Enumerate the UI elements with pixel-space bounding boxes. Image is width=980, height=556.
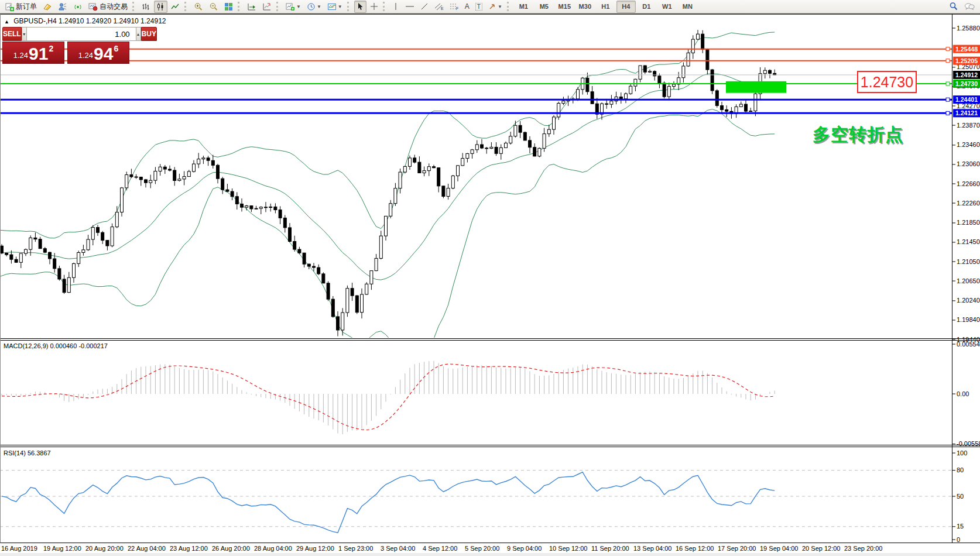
volume-input[interactable] <box>27 27 136 41</box>
svg-text:26 Aug 20:00: 26 Aug 20:00 <box>212 545 250 552</box>
bollinger-lower-band <box>0 109 775 368</box>
text-label-icon: T <box>475 3 482 11</box>
svg-text:E: E <box>441 6 444 11</box>
window-borders <box>0 14 980 556</box>
fibonacci-tool-button[interactable]: F <box>447 1 461 13</box>
rsi-panel[interactable] <box>0 471 952 533</box>
svg-text:16 Sep 12:00: 16 Sep 12:00 <box>676 545 714 552</box>
vertical-line-tool-button[interactable] <box>390 1 402 13</box>
svg-text:17 Sep 20:00: 17 Sep 20:00 <box>718 545 756 552</box>
toolbar-separator <box>383 2 386 11</box>
macd-panel[interactable] <box>2 361 775 434</box>
svg-text:11 Sep 20:00: 11 Sep 20:00 <box>591 545 629 552</box>
timeframe-w1-button[interactable]: W1 <box>657 1 677 13</box>
timeframe-m15-button[interactable]: M15 <box>555 1 574 13</box>
chart-shift-icon <box>262 2 272 11</box>
timeframe-h1-button[interactable]: H1 <box>596 1 615 13</box>
tile-windows-button[interactable] <box>222 1 235 13</box>
indicators-dropdown[interactable]: ▼ <box>283 1 303 13</box>
autotrading-button[interactable]: 自动交易 <box>86 1 130 13</box>
svg-text:20 Sep 12:00: 20 Sep 12:00 <box>802 545 840 552</box>
zoom-in-button[interactable] <box>191 1 205 13</box>
highlight-rectangle[interactable] <box>726 81 786 93</box>
search-icon <box>949 2 958 11</box>
text-tool-button[interactable]: A <box>462 1 472 13</box>
line-chart-button[interactable] <box>169 1 182 13</box>
candlestick-series <box>1 30 776 336</box>
svg-text:80: 80 <box>957 466 964 473</box>
new-order-button[interactable]: 新订单 <box>3 1 39 13</box>
volume-decrease-button[interactable]: ▼ <box>22 27 27 41</box>
panel-collapse-icon[interactable]: ▲ <box>4 19 9 25</box>
svg-text:5 Sep 20:00: 5 Sep 20:00 <box>465 545 499 552</box>
equidistant-channel-tool-button[interactable]: E <box>432 1 446 13</box>
timeframe-m5-button[interactable]: M5 <box>534 1 554 13</box>
autoscroll-icon <box>247 2 256 11</box>
turning-point-annotation[interactable]: 多空转折点 <box>813 123 903 147</box>
chat-button[interactable] <box>962 1 977 13</box>
svg-text:0: 0 <box>957 536 960 543</box>
timeframe-m1-button[interactable]: M1 <box>514 1 533 13</box>
text-label-tool-button[interactable]: T <box>473 1 485 13</box>
price-annotation-box[interactable]: 1.24730 <box>857 71 917 93</box>
horizontal-line-tool-button[interactable] <box>403 1 417 13</box>
svg-text:1.20650: 1.20650 <box>957 277 980 284</box>
timeframe-h4-button[interactable]: H4 <box>616 1 636 13</box>
price-scale[interactable]: 1.258801.250701.246701.242701.238701.234… <box>946 25 980 543</box>
svg-text:9 Sep 04:00: 9 Sep 04:00 <box>507 545 542 552</box>
svg-text:23 Sep 20:00: 23 Sep 20:00 <box>844 545 882 552</box>
autoscroll-button[interactable] <box>245 1 259 13</box>
search-button[interactable] <box>947 1 961 13</box>
chat-icon <box>964 2 975 11</box>
vertical-line-icon <box>392 2 399 11</box>
sell-button[interactable]: SELL <box>2 27 22 41</box>
chart-canvas[interactable]: 1.258801.250701.246701.242701.238701.234… <box>0 0 980 556</box>
svg-text:1.25448: 1.25448 <box>955 46 978 53</box>
timeframe-d1-button[interactable]: D1 <box>637 1 656 13</box>
timeframe-group: M1M5M15M30H1H4D1W1MN <box>513 1 698 13</box>
buy-button[interactable]: BUY <box>141 27 157 41</box>
svg-text:22 Aug 04:00: 22 Aug 04:00 <box>128 545 166 552</box>
one-click-trading-panel: SELL ▼ ▲ BUY 1.24 91 2 1.24 94 6 <box>2 27 129 64</box>
svg-text:0.005543: 0.005543 <box>957 341 980 348</box>
svg-text:50: 50 <box>957 493 964 500</box>
strategy-tester-button[interactable] <box>56 1 70 13</box>
volume-increase-button[interactable]: ▲ <box>136 27 141 41</box>
line-chart-icon <box>171 2 180 11</box>
trade-panel-controls: SELL ▼ ▲ BUY <box>2 27 129 41</box>
chart-shift-button[interactable] <box>260 1 274 13</box>
svg-text:1.25205: 1.25205 <box>955 57 978 64</box>
mt4-window: 新订单 自动交易 ▼ ▼ ▼ <box>0 0 980 556</box>
indicators-icon <box>286 2 295 11</box>
sell-price-small: 1.24 <box>13 51 28 60</box>
svg-text:23 Aug 12:00: 23 Aug 12:00 <box>170 545 208 552</box>
crosshair-tool-button[interactable] <box>368 1 381 13</box>
metaeditor-button[interactable] <box>40 1 54 13</box>
sell-price-button[interactable]: 1.24 91 2 <box>2 42 64 64</box>
metaeditor-icon <box>43 2 52 11</box>
sell-price-sup: 2 <box>49 44 53 53</box>
templates-dropdown[interactable]: ▼ <box>325 1 345 13</box>
zoom-out-button[interactable] <box>207 1 221 13</box>
signals-button[interactable] <box>71 1 85 13</box>
zoom-in-icon <box>194 2 203 11</box>
arrows-tool-dropdown[interactable]: ▼ <box>486 1 505 13</box>
zoom-out-icon <box>209 2 218 11</box>
trendline-tool-button[interactable] <box>418 1 431 13</box>
periods-dropdown[interactable]: ▼ <box>304 1 324 13</box>
svg-text:10 Sep 12:00: 10 Sep 12:00 <box>549 545 587 552</box>
svg-text:3 Sep 04:00: 3 Sep 04:00 <box>381 545 415 552</box>
buy-price-button[interactable]: 1.24 94 6 <box>67 42 129 64</box>
main-chart-area[interactable] <box>0 30 952 367</box>
svg-text:F: F <box>456 6 458 11</box>
svg-text:0.00: 0.00 <box>957 390 969 397</box>
timeframe-m30-button[interactable]: M30 <box>575 1 595 13</box>
time-scale[interactable]: 16 Aug 201919 Aug 12:0020 Aug 20:0022 Au… <box>1 545 882 552</box>
svg-text:1.24730: 1.24730 <box>955 80 978 87</box>
cursor-tool-button[interactable] <box>354 1 366 13</box>
clock-icon <box>307 2 316 11</box>
candlestick-chart-button[interactable] <box>154 1 167 13</box>
bar-chart-button[interactable] <box>139 1 153 13</box>
timeframe-mn-button[interactable]: MN <box>678 1 697 13</box>
toolbar-separator <box>276 2 280 11</box>
